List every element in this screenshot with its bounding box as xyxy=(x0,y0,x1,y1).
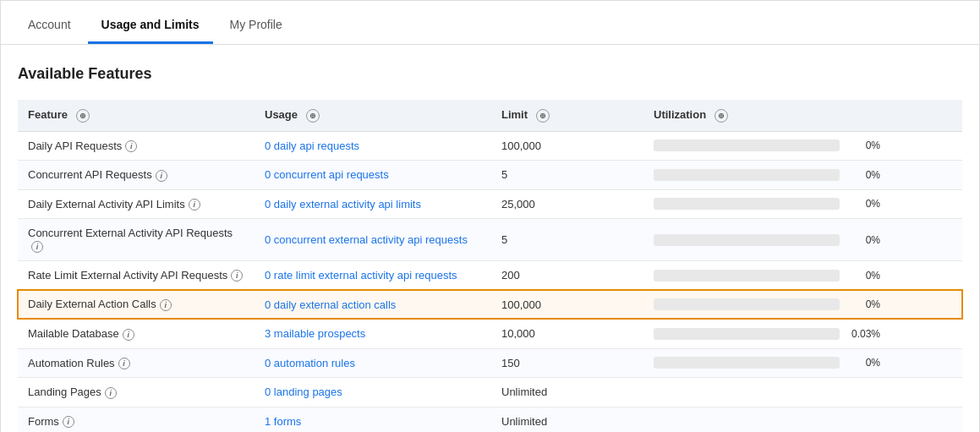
col-header-usage: Usage ⊕ xyxy=(255,100,491,131)
progress-bar xyxy=(654,198,840,210)
cell-usage: 0 concurrent api requests xyxy=(255,161,491,190)
cell-utilization: 0% xyxy=(643,219,962,261)
table-row: Automation Rulesi0 automation rules150 0… xyxy=(18,348,962,378)
usage-link[interactable]: 0 daily external action calls xyxy=(265,298,396,311)
table-row: Mailable Databasei3 mailable prospects10… xyxy=(18,319,962,348)
usage-link[interactable]: 0 daily external activity api limits xyxy=(265,198,421,211)
cell-feature: Concurrent External Activity API Request… xyxy=(18,219,255,261)
cell-limit: 5 xyxy=(491,161,643,190)
cell-usage: 0 rate limit external activity api reque… xyxy=(255,260,491,290)
page-wrapper: AccountUsage and LimitsMy Profile Availa… xyxy=(0,0,980,432)
cell-utilization xyxy=(643,378,962,407)
info-icon[interactable]: i xyxy=(105,387,117,399)
pct-label: 0.03% xyxy=(846,328,880,340)
feature-name: Forms xyxy=(28,415,59,428)
tab-account[interactable]: Account xyxy=(14,6,85,44)
usage-link[interactable]: 3 mailable prospects xyxy=(265,327,365,340)
progress-bar xyxy=(654,139,840,151)
cell-feature: Concurrent API Requestsi xyxy=(18,161,255,190)
usage-link[interactable]: 0 automation rules xyxy=(265,357,355,369)
cell-limit: 25,000 xyxy=(491,189,643,219)
cell-utilization: 0.03% xyxy=(643,319,962,348)
feature-name: Daily API Requests xyxy=(28,139,122,152)
pct-label: 0% xyxy=(846,139,880,151)
progress-bar xyxy=(654,270,840,282)
cell-usage: 3 mailable prospects xyxy=(255,319,491,348)
pct-label: 0% xyxy=(846,234,880,246)
pct-label: 0% xyxy=(846,198,880,210)
table-row: Rate Limit External Activity API Request… xyxy=(18,260,962,290)
table-row: Concurrent API Requestsi0 concurrent api… xyxy=(18,161,962,190)
feature-name: Rate Limit External Activity API Request… xyxy=(28,269,227,282)
cell-utilization: 0% xyxy=(643,161,962,190)
usage-link[interactable]: 0 concurrent api requests xyxy=(265,168,389,181)
pct-label: 0% xyxy=(846,357,880,369)
utilization-cell: 0% xyxy=(654,169,952,181)
info-icon[interactable]: i xyxy=(31,241,43,253)
info-icon[interactable]: i xyxy=(231,270,243,282)
utilization-cell: 0% xyxy=(654,298,952,310)
utilization-cell: 0% xyxy=(654,270,952,282)
info-icon[interactable]: i xyxy=(118,358,130,369)
cell-limit: 10,000 xyxy=(491,319,643,348)
pct-label: 0% xyxy=(846,298,880,310)
feature-name: Concurrent API Requests xyxy=(28,168,152,181)
tabs-bar: AccountUsage and LimitsMy Profile xyxy=(1,1,979,45)
info-icon[interactable]: i xyxy=(63,416,74,428)
cell-utilization: 0% xyxy=(643,348,962,378)
cell-usage: 0 daily external activity api limits xyxy=(255,189,491,219)
feature-name: Mailable Database xyxy=(28,327,119,340)
cell-limit: 100,000 xyxy=(491,131,643,161)
info-icon[interactable]: i xyxy=(160,299,172,311)
table-row: Concurrent External Activity API Request… xyxy=(18,219,962,261)
usage-link[interactable]: 0 landing pages xyxy=(265,386,342,398)
sort-usage-icon[interactable]: ⊕ xyxy=(306,109,320,123)
section-title: Available Features xyxy=(18,65,962,83)
feature-name: Daily External Action Calls xyxy=(28,298,156,310)
feature-name: Daily External Activity API Limits xyxy=(28,198,185,211)
table-row: Daily API Requestsi0 daily api requests1… xyxy=(18,131,962,161)
main-content: Available Features Feature ⊕ Usage ⊕ Lim… xyxy=(1,45,979,432)
cell-limit: Unlimited xyxy=(491,378,643,407)
sort-limit-icon[interactable]: ⊕ xyxy=(536,109,550,123)
tab-my-profile[interactable]: My Profile xyxy=(216,6,296,44)
progress-bar xyxy=(654,169,840,181)
table-row: Formsi1 formsUnlimited xyxy=(18,407,962,432)
info-icon[interactable]: i xyxy=(189,199,200,211)
info-icon[interactable]: i xyxy=(156,170,167,182)
cell-limit: 5 xyxy=(491,219,643,261)
feature-name: Automation Rules xyxy=(28,357,115,369)
usage-link[interactable]: 1 forms xyxy=(265,415,301,428)
sort-feature-icon[interactable]: ⊕ xyxy=(76,109,90,123)
info-icon[interactable]: i xyxy=(125,140,137,152)
cell-utilization: 0% xyxy=(643,131,962,161)
usage-link[interactable]: 0 rate limit external activity api reque… xyxy=(265,269,457,282)
tab-usage-and-limits[interactable]: Usage and Limits xyxy=(88,6,213,44)
sort-utilization-icon[interactable]: ⊕ xyxy=(714,109,728,123)
info-icon[interactable]: i xyxy=(123,329,134,341)
cell-feature: Formsi xyxy=(18,407,255,432)
cell-usage: 1 forms xyxy=(255,407,491,432)
col-header-utilization: Utilization ⊕ xyxy=(643,100,962,131)
usage-link[interactable]: 0 concurrent external activity api reque… xyxy=(265,233,468,246)
cell-feature: Automation Rulesi xyxy=(18,348,255,378)
cell-feature: Daily API Requestsi xyxy=(18,131,255,161)
progress-bar xyxy=(654,328,840,340)
cell-feature: Landing Pagesi xyxy=(18,378,255,407)
cell-limit: 150 xyxy=(491,348,643,378)
cell-usage: 0 daily api requests xyxy=(255,131,491,161)
feature-name: Concurrent External Activity API Request… xyxy=(28,227,233,239)
col-header-limit: Limit ⊕ xyxy=(491,100,643,131)
table-row: Daily External Activity API Limitsi0 dai… xyxy=(18,189,962,219)
cell-utilization: 0% xyxy=(643,189,962,219)
cell-feature: Daily External Action Callsi xyxy=(18,290,255,320)
utilization-cell: 0.03% xyxy=(654,328,952,340)
usage-link[interactable]: 0 daily api requests xyxy=(265,139,359,152)
utilization-cell: 0% xyxy=(654,139,952,151)
cell-usage: 0 daily external action calls xyxy=(255,290,491,320)
cell-usage: 0 landing pages xyxy=(255,378,491,407)
cell-feature: Mailable Databasei xyxy=(18,319,255,348)
progress-bar xyxy=(654,357,840,369)
col-header-feature: Feature ⊕ xyxy=(18,100,255,131)
cell-utilization xyxy=(643,407,962,432)
